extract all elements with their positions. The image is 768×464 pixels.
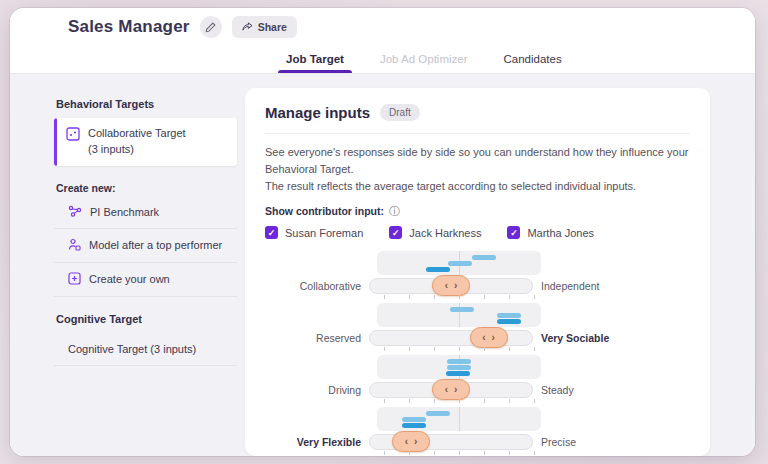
contributor-input-bar	[426, 411, 450, 416]
sidebar-item-collaborative-target[interactable]: Collaborative Target (3 inputs)	[54, 118, 237, 166]
manage-inputs-card: Manage inputs Draft See everyone's respo…	[245, 88, 710, 456]
tick-mark	[534, 295, 535, 299]
contributor-checkbox-jack-harkness[interactable]: ✓Jack Harkness	[389, 226, 481, 239]
tick-mark	[384, 347, 385, 351]
tick-mark	[384, 295, 385, 299]
tick-mark	[409, 295, 410, 299]
divider	[265, 133, 690, 134]
tick-mark	[484, 451, 485, 455]
description-text: See everyone's responses side by side so…	[265, 144, 690, 195]
factor-row-driving: Driving‹›Steady	[265, 355, 690, 404]
contributor-checkbox-martha-jones[interactable]: ✓Martha Jones	[507, 226, 594, 239]
contributor-checkbox-susan-foreman[interactable]: ✓Susan Foreman	[265, 226, 363, 239]
sigma-ticks	[377, 399, 541, 404]
draft-badge: Draft	[380, 104, 420, 121]
top-performer-icon	[68, 238, 81, 253]
factor-slider-row: Very Flexible‹›Precise	[265, 433, 690, 451]
app-window: Sales Manager Share Job TargetJob Ad Opt…	[10, 8, 755, 456]
behavioral-target-icon	[66, 127, 80, 141]
behavioral-target-handle[interactable]: ‹›	[392, 431, 430, 452]
tick-mark	[434, 399, 435, 403]
factor-slider-row: Driving‹›Steady	[265, 381, 690, 399]
contributor-inputs-box	[377, 407, 541, 431]
edit-title-button[interactable]	[200, 16, 222, 38]
tick-mark	[459, 451, 460, 455]
factor-right-label: Steady	[533, 384, 574, 396]
desktop-background: Sales Manager Share Job TargetJob Ad Opt…	[0, 0, 768, 464]
contributor-input-bar	[448, 261, 472, 266]
sidebar-item-label: PI Benchmark	[90, 206, 159, 218]
sidebar: Behavioral Targets Collaborative Target …	[54, 88, 237, 456]
factor-right-label: Precise	[533, 436, 576, 448]
contributor-input-bar	[497, 319, 521, 324]
behavioral-chart: Collaborative‹›IndependentReserved‹›Very…	[265, 251, 690, 456]
checkbox-icon: ✓	[507, 226, 520, 239]
tab-job-ad-optimizer[interactable]: Job Ad Optimizer	[366, 53, 482, 73]
behavioral-target-handle[interactable]: ‹›	[432, 379, 470, 400]
slider-track	[369, 330, 533, 346]
contributor-name: Susan Foreman	[285, 227, 363, 239]
contributor-input-bar	[447, 359, 471, 364]
share-label: Share	[258, 21, 287, 33]
tick-mark	[434, 451, 435, 455]
contributor-input-bar	[426, 267, 450, 272]
tab-bar: Job TargetJob Ad OptimizerCandidates	[10, 46, 755, 74]
factor-left-label: Reserved	[265, 332, 369, 344]
sidebar-item-cognitive-target[interactable]: Cognitive Target (3 inputs)	[54, 333, 237, 366]
create-new-list: PI BenchmarkModel after a top performerC…	[54, 196, 237, 297]
tick-mark	[459, 295, 460, 299]
contributor-input-bar	[402, 423, 426, 428]
tick-mark	[534, 451, 535, 455]
create-own-icon	[68, 272, 81, 287]
factor-track: ‹›	[369, 381, 533, 399]
checkbox-icon: ✓	[389, 226, 402, 239]
selected-accent-bar	[54, 118, 57, 166]
selected-target-label: Collaborative Target (3 inputs)	[88, 126, 186, 158]
tab-candidates[interactable]: Candidates	[490, 53, 576, 73]
tick-mark	[434, 347, 435, 351]
center-gridline	[459, 407, 460, 431]
contributor-input-bar	[450, 307, 474, 312]
sigma-ticks	[377, 347, 541, 352]
factor-slider-row: Collaborative‹›Independent	[265, 277, 690, 295]
sidebar-item-pi-benchmark[interactable]: PI Benchmark	[54, 196, 237, 229]
tick-mark	[534, 347, 535, 351]
contributor-input-bar	[402, 417, 426, 422]
contributor-inputs-box	[377, 251, 541, 275]
sidebar-item-model-after-a-top-performer[interactable]: Model after a top performer	[54, 229, 237, 263]
tick-mark	[484, 347, 485, 351]
tick-mark	[509, 451, 510, 455]
tick-mark	[459, 347, 460, 351]
contributor-input-bar	[446, 371, 470, 376]
contributor-input-bar	[472, 255, 496, 260]
factor-row-reserved: Reserved‹›Very Sociable	[265, 303, 690, 352]
tab-job-target[interactable]: Job Target	[272, 53, 358, 73]
sigma-ticks	[377, 295, 541, 300]
share-button[interactable]: Share	[232, 16, 297, 38]
behavioral-target-handle[interactable]: ‹›	[470, 327, 508, 348]
title-bar: Sales Manager Share	[10, 8, 755, 46]
cognitive-target-heading: Cognitive Target	[56, 313, 237, 325]
show-contributor-label: Show contributor input:	[265, 205, 384, 217]
info-icon[interactable]: ⓘ	[389, 206, 400, 217]
factor-left-label: Driving	[265, 384, 369, 396]
contributor-input-bar	[497, 313, 521, 318]
contributor-inputs-box	[377, 303, 541, 327]
factor-right-label: Independent	[533, 280, 599, 292]
tick-mark	[534, 399, 535, 403]
contributor-inputs-box	[377, 355, 541, 379]
page-title: Sales Manager	[68, 17, 190, 37]
factor-row-very-flexible: Very Flexible‹›Precise	[265, 407, 690, 456]
factor-track: ‹›	[369, 277, 533, 295]
tick-mark	[509, 347, 510, 351]
benchmark-icon	[68, 205, 82, 219]
sidebar-item-create-your-own[interactable]: Create your own	[54, 263, 237, 297]
sidebar-item-label: Model after a top performer	[89, 239, 222, 251]
sigma-ticks	[377, 451, 541, 456]
contributor-name: Martha Jones	[527, 227, 594, 239]
behavioral-targets-heading: Behavioral Targets	[56, 98, 237, 110]
sidebar-item-label: Create your own	[89, 273, 170, 285]
behavioral-target-handle[interactable]: ‹›	[432, 275, 470, 296]
tick-mark	[384, 451, 385, 455]
content-area: Behavioral Targets Collaborative Target …	[10, 74, 755, 456]
